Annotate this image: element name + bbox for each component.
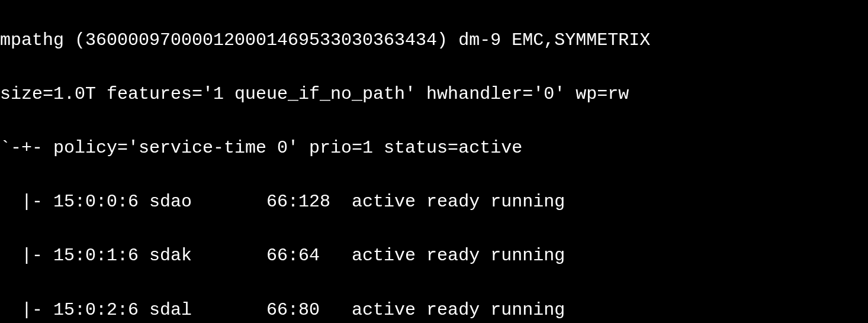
multipath-path-row: |- 15:0:1:6 sdak 66:64 active ready runn…	[0, 243, 868, 270]
multipath-size-line: size=1.0T features='1 queue_if_no_path' …	[0, 81, 868, 108]
multipath-path-row: |- 15:0:0:6 sdao 66:128 active ready run…	[0, 189, 868, 216]
multipath-policy-line: `-+- policy='service-time 0' prio=1 stat…	[0, 135, 868, 162]
multipath-header: mpathg (36000097000012000146953303036343…	[0, 27, 868, 54]
terminal-output: mpathg (36000097000012000146953303036343…	[0, 0, 868, 323]
multipath-path-row: |- 15:0:2:6 sdal 66:80 active ready runn…	[0, 297, 868, 323]
